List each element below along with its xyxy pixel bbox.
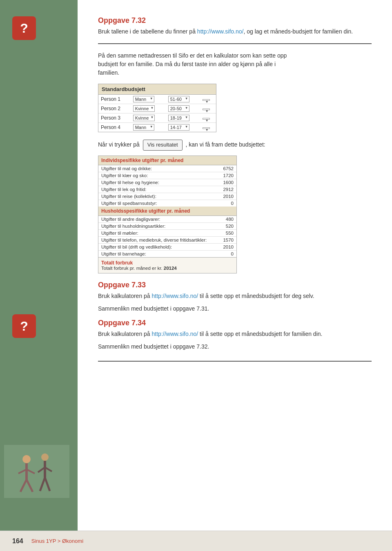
footer-breadcrumb-sep: > xyxy=(56,538,62,544)
person-2-gender: Kvinne xyxy=(131,104,166,113)
hushold-row-label: Utgifter til telefon, mediebruk, diverse… xyxy=(98,236,216,243)
task-733-text-after: til å sette opp et månedsbudsjett for de… xyxy=(198,293,314,299)
person-3-label: Person 3 xyxy=(98,113,131,123)
task-732-text-after: , og lag et måneds-budsjett for familien… xyxy=(243,28,353,35)
person-2-label: Person 2 xyxy=(98,104,131,113)
footer: 164 Sinus 1YP > Økonomi xyxy=(0,531,392,551)
table-row: Person 2 Kvinne 20-50 xyxy=(98,104,216,113)
result-box: Individspesifikke utgifter pr. måned Utg… xyxy=(98,156,237,273)
svg-line-4 xyxy=(20,480,27,492)
svg-line-11 xyxy=(45,478,50,491)
footer-page-number: 164 xyxy=(12,538,23,545)
intro-line1: På den samme nettadressen til Sifo er de… xyxy=(98,52,287,59)
individ-row-label: Utgifter til lek og fritid: xyxy=(98,186,216,193)
table-row: Utgifter til mat og drikke: 6752 xyxy=(98,165,236,172)
deco-figure-svg xyxy=(8,447,65,496)
task-734-title: Oppgave 7.34 xyxy=(98,319,372,327)
individ-header: Individspesifikke utgifter pr. måned xyxy=(98,156,236,165)
hushold-row-value: 520 xyxy=(216,222,236,229)
task-732-text-before: Bruk tallene i de tabellene du finner på xyxy=(98,28,197,35)
table-row: Utgifter til møbler: 550 xyxy=(98,229,236,236)
footer-breadcrumb: Sinus 1YP > Økonomi xyxy=(31,538,83,544)
task-733-link[interactable]: http://www.sifo.no/ xyxy=(152,293,198,299)
task-732-title: Oppgave 7.32 xyxy=(98,16,372,25)
hushold-row-value: 480 xyxy=(216,216,236,223)
table-row: Utgifter til helse og hygiene: 1600 xyxy=(98,179,236,186)
table-row: Person 4 Mann 14-17 xyxy=(98,123,216,132)
individ-row-value: 2912 xyxy=(216,186,236,193)
table-row: Utgifter til barnehage: 0 xyxy=(98,250,236,257)
divider-2 xyxy=(98,361,372,362)
table-row: Utgifter til telefon, mediebruk, diverse… xyxy=(98,236,236,243)
footer-breadcrumb-section: Økonomi xyxy=(62,538,83,544)
person-3-extra xyxy=(200,113,216,123)
hushold-row-label: Utgifter til husholdningsartikler: xyxy=(98,222,216,229)
hushold-row-value: 550 xyxy=(216,229,236,236)
intro-line2: budsjett for en familie. Da må du først … xyxy=(98,61,276,67)
task-734-text-before: Bruk kalkulatoren på xyxy=(98,331,152,337)
task-734-link[interactable]: http://www.sifo.no/ xyxy=(152,331,198,337)
person-1-extra xyxy=(200,95,216,104)
footer-breadcrumb-prefix: Sinus 1YP xyxy=(31,538,56,544)
task-733-text: Bruk kalkulatoren på http://www.sifo.no/… xyxy=(98,292,372,300)
individ-row-value: 6752 xyxy=(216,165,236,172)
individ-row-label: Utgifter til helse og hygiene: xyxy=(98,179,216,186)
question-mark-1: ? xyxy=(20,21,28,36)
individ-row-value: 2010 xyxy=(216,193,236,200)
person-3-age: 18-19 xyxy=(166,113,200,123)
question-mark-2: ? xyxy=(20,319,28,334)
hushold-table: Utgifter til andre dagligvarer: 480 Utgi… xyxy=(98,216,236,257)
sidebar-decoration xyxy=(4,445,69,498)
task-734-text-after: til å sette opp et månedsbudsjett for fa… xyxy=(198,331,322,337)
hushold-row-label: Utgifter til møbler: xyxy=(98,229,216,236)
vis-resultatet-button[interactable]: Vis resultatet xyxy=(143,140,183,151)
divider-1 xyxy=(98,43,372,44)
table-row: Utgifter til husholdningsartikler: 520 xyxy=(98,222,236,229)
totalt-text: Totalt forbruk pr. måned er kr. xyxy=(101,266,164,271)
svg-line-5 xyxy=(27,480,33,492)
task-732: Oppgave 7.32 Bruk tallene i de tabellene… xyxy=(98,16,372,36)
table-row: Utgifter til klær og sko: 1720 xyxy=(98,172,236,179)
individ-row-value: 1720 xyxy=(216,172,236,179)
totalt-title: Totalt forbruk xyxy=(101,260,234,266)
task-733: Oppgave 7.33 Bruk kalkulatoren på http:/… xyxy=(98,281,372,313)
table-row: Utgifter til reise (kollektivt): 2010 xyxy=(98,193,236,200)
intro-paragraph: På den samme nettadressen til Sifo er de… xyxy=(98,51,372,77)
task-732-link[interactable]: http://www.sifo.no/ xyxy=(197,28,244,35)
hushold-row-label: Utgifter til barnehage: xyxy=(98,250,216,257)
person-3-gender: Kvinne xyxy=(131,113,166,123)
totalt-value: Totalt forbruk pr. måned er kr. 20124 xyxy=(101,266,234,271)
person-1-age: 51-60 xyxy=(166,95,200,104)
individ-row-label: Utgifter til reise (kollektivt): xyxy=(98,193,216,200)
hushold-row-label: Utgifter til bil (drift og vedlikehold): xyxy=(98,243,216,250)
hushold-row-value: 1570 xyxy=(216,236,236,243)
totalt-number: 20124 xyxy=(164,266,177,271)
hushold-row-value: 0 xyxy=(216,250,236,257)
individ-row-label: Utgifter til klær og sko: xyxy=(98,172,216,179)
individ-table: Utgifter til mat og drikke: 6752 Utgifte… xyxy=(98,165,236,207)
hushold-row-value: 2010 xyxy=(216,243,236,250)
std-budget-rows: Person 1 Mann 51-60 Person 2 Kvinne 20-5… xyxy=(98,95,216,132)
person-4-gender: Mann xyxy=(131,123,166,132)
main-content: Oppgave 7.32 Bruk tallene i de tabellene… xyxy=(78,0,392,551)
table-row: Utgifter til andre dagligvarer: 480 xyxy=(98,216,236,223)
table-row: Utgifter til lek og fritid: 2912 xyxy=(98,186,236,193)
person-2-extra xyxy=(200,104,216,113)
task-733-line2: Sammenlikn med budsjettet i oppgave 7.31… xyxy=(98,304,372,313)
question-box-2: ? xyxy=(12,314,36,338)
individ-row-value: 0 xyxy=(216,200,236,207)
person-4-label: Person 4 xyxy=(98,123,131,132)
task-732-text: Bruk tallene i de tabellene du finner på… xyxy=(98,27,372,36)
intro-line3: familien. xyxy=(98,69,119,76)
vis-text-before: Når vi trykker på xyxy=(98,141,140,148)
svg-line-10 xyxy=(40,478,45,491)
task-734-line2: Sammenlikn med budsjettet i oppgave 7.32… xyxy=(98,342,372,351)
vis-text-after: , kan vi få fram dette budsjettet: xyxy=(185,141,265,148)
individ-row-label: Utgifter til mat og drikke: xyxy=(98,165,216,172)
individ-row-value: 1600 xyxy=(216,179,236,186)
svg-point-0 xyxy=(22,455,31,463)
person-1-gender: Mann xyxy=(131,95,166,104)
question-box-1: ? xyxy=(12,16,36,40)
table-row: Person 3 Kvinne 18-19 xyxy=(98,113,216,123)
hushold-row-label: Utgifter til andre dagligvarer: xyxy=(98,216,216,223)
